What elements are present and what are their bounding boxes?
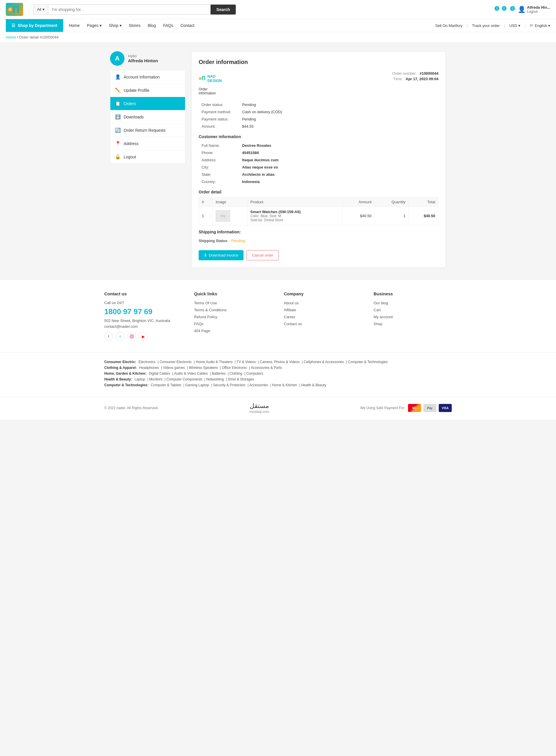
site-logo[interactable]: NAD DESIGN: [6, 3, 23, 16]
sidebar-item-logout[interactable]: 🔓 Logout: [110, 150, 185, 163]
svg-point-13: [132, 335, 133, 336]
currency-selector[interactable]: USD ▾: [509, 24, 520, 28]
col-hash: #: [199, 197, 213, 207]
user-menu[interactable]: 👤 Alfreda Hin... Logout: [518, 5, 550, 13]
cart-icon-btn[interactable]: 🛒 0: [509, 7, 514, 11]
col-product: Product: [247, 197, 342, 207]
nav-faqs[interactable]: FAQs: [163, 23, 173, 28]
footer-cat-link[interactable]: Computer & Technologies: [348, 360, 387, 364]
footer-cat-link[interactable]: TV & Videos: [237, 360, 256, 364]
footer-link-blog[interactable]: Our blog: [374, 301, 388, 305]
footer-link-faqs[interactable]: FAQs: [194, 322, 204, 326]
footer-link-terms-use[interactable]: Terms Of Use: [194, 301, 217, 305]
breadcrumb-home[interactable]: Home: [6, 35, 16, 39]
product-image: img: [216, 210, 230, 222]
divider: |: [525, 24, 526, 28]
footer-cat-link[interactable]: Digital Cables: [149, 371, 170, 375]
footer-link-terms-conditions[interactable]: Terms & Conditions: [194, 308, 227, 312]
footer-cat-link[interactable]: Monitors: [149, 377, 163, 381]
wishlist-icon-btn[interactable]: ♡ 0: [502, 7, 505, 11]
nav-stores[interactable]: Stores: [129, 23, 140, 28]
footer-cat-link[interactable]: Accessories: [249, 383, 268, 387]
footer-link-career[interactable]: Career: [284, 315, 296, 319]
shipping-status-value: Pending: [231, 239, 245, 243]
footer-cat-link[interactable]: Computer & Tablets: [151, 383, 181, 387]
footer-cat-link[interactable]: Batteries: [212, 371, 225, 375]
facebook-icon[interactable]: f: [104, 332, 113, 341]
sidebar-item-orders[interactable]: 📋 Orders: [110, 97, 185, 110]
nav-blog[interactable]: Blog: [148, 23, 156, 28]
sidebar-item-profile[interactable]: ✏️ Update Profile: [110, 84, 185, 97]
header-icons: ⚖ 0 ♡ 0 🛒 0 👤 Alfreda Hin... Logout: [495, 5, 550, 13]
footer-cat-link[interactable]: Computer Components: [167, 377, 202, 381]
compare-icon-btn[interactable]: ⚖ 0: [495, 7, 498, 11]
footer-cat-link[interactable]: Headphones: [139, 366, 159, 370]
sidebar-item-address[interactable]: 📍 Address: [110, 137, 185, 150]
footer-link-refund[interactable]: Refund Policy: [194, 315, 217, 319]
svg-rect-10: [204, 76, 205, 80]
footer-cat-link[interactable]: Home Audio & Theaters: [196, 360, 233, 364]
mastercard-logo: MC: [408, 404, 421, 412]
sidebar-item-downloads[interactable]: ⬇️ Downloads: [110, 110, 185, 123]
footer-cat-link[interactable]: Camera, Photos & Videos: [260, 360, 300, 364]
footer-cat-link[interactable]: Computers: [246, 371, 263, 375]
payment-label: We Using Safe Payment For:: [360, 406, 405, 410]
footer-cat-link[interactable]: Cellphones & Accessories: [304, 360, 344, 364]
footer-link-contact[interactable]: Contact us: [284, 322, 302, 326]
nav-pages[interactable]: Pages▾: [87, 23, 102, 28]
footer-link-404[interactable]: 404 Page: [194, 329, 210, 333]
nav-contact[interactable]: Contact: [180, 23, 194, 28]
cancel-order-button[interactable]: Cancel order: [246, 250, 279, 260]
footer-cat-link[interactable]: Consumer Electronic: [160, 360, 192, 364]
footer-quick-links-title: Quick links: [194, 291, 272, 296]
footer-cat-link[interactable]: Videos games: [163, 366, 185, 370]
twitter-icon[interactable]: t: [116, 332, 125, 341]
nav-home[interactable]: Home: [69, 23, 80, 28]
footer-cat-link[interactable]: Health & Beauty: [301, 383, 326, 387]
nav-shop[interactable]: Shop▾: [109, 23, 121, 28]
footer-cat-link[interactable]: Home & Kitchen: [272, 383, 297, 387]
order-status-table: Order status: Pending Payment method: Ca…: [199, 101, 439, 130]
sidebar-item-returns[interactable]: 🔄 Order Return Requests: [110, 123, 185, 137]
logo-area[interactable]: NAD DESIGN: [6, 3, 29, 16]
footer-cat-link[interactable]: Gaming Laptop: [185, 383, 209, 387]
footer-cat-link[interactable]: Electronics: [138, 360, 155, 364]
youtube-icon[interactable]: ▶: [139, 332, 148, 341]
user-logout-label[interactable]: Logout: [527, 9, 550, 13]
col-total: Total: [409, 197, 439, 207]
footer-cat-link[interactable]: Networking: [206, 377, 224, 381]
payment-method-value: Cash on delivery (COD): [239, 108, 439, 115]
track-order-link[interactable]: Track your order: [472, 24, 499, 28]
footer-link-affiliate[interactable]: Affiliate: [284, 308, 296, 312]
instagram-icon[interactable]: [128, 332, 136, 341]
sell-on-link[interactable]: Sell On Martfury: [435, 24, 462, 28]
footer-cat-link[interactable]: Audio & Video Cables: [174, 371, 208, 375]
shop-by-dept-btn[interactable]: ☰ Shop by Department: [6, 19, 63, 32]
footer-cat-link[interactable]: Wireless Speakers: [189, 366, 218, 370]
footer-cat-link[interactable]: Clothing: [229, 371, 242, 375]
chevron-down-icon: ▾: [100, 23, 102, 28]
search-button[interactable]: Search: [211, 5, 236, 14]
sidebar-item-account[interactable]: 👤 Account Information: [110, 70, 185, 84]
product-seller: Sold by: Global Store: [250, 218, 339, 222]
footer-link-about[interactable]: About us: [284, 301, 299, 305]
footer-cat-link[interactable]: Security & Protection: [213, 383, 246, 387]
footer-cat-link[interactable]: Accessories & Parts: [251, 366, 282, 370]
language-selector[interactable]: 🏳 English ▾: [530, 24, 550, 28]
sidebar-label-returns: Order Return Requests: [124, 128, 166, 133]
footer-cat-link[interactable]: Office Electronic: [222, 366, 247, 370]
sidebar-hello: Hello: [128, 54, 158, 58]
footer-link-cart[interactable]: Cart: [374, 308, 381, 312]
search-category-dropdown[interactable]: All ▾: [34, 5, 48, 14]
order-panel: Order information NAD DESIGN Order: [191, 51, 446, 268]
footer-cat-link[interactable]: Laptop: [134, 377, 145, 381]
search-input[interactable]: [48, 5, 211, 14]
footer-cat-link[interactable]: Drive & Storages: [228, 377, 254, 381]
footer-cat-consumer: Consumer Electric: Electronics | Consume…: [104, 360, 452, 364]
footer-link-shop[interactable]: Shop: [374, 322, 382, 326]
download-invoice-button[interactable]: ⬇ Download invoice: [199, 250, 244, 260]
item-num: 1: [199, 207, 213, 225]
address-value: Itaque ducimus cum: [242, 158, 279, 162]
col-image: Image: [213, 197, 247, 207]
footer-link-my-account[interactable]: My account: [374, 315, 393, 319]
